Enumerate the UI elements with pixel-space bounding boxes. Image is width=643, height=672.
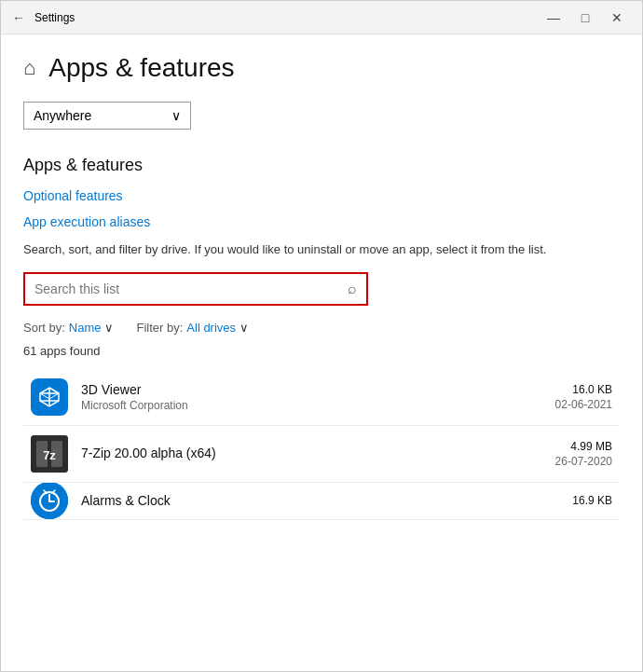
app-date: 26-07-2020: [555, 455, 612, 468]
minimize-button[interactable]: —: [540, 7, 568, 29]
settings-window: ← Settings — □ ✕ ⌂ Apps & features Anywh…: [0, 0, 643, 672]
filter-by-control[interactable]: Filter by: All drives ∨: [136, 321, 249, 335]
search-icon: ⌕: [348, 281, 357, 296]
anywhere-label: Anywhere: [34, 108, 91, 123]
home-icon: ⌂: [23, 56, 35, 80]
filter-chevron: ∨: [239, 321, 249, 335]
window-title: Settings: [34, 11, 75, 24]
filter-label: Filter by:: [136, 321, 183, 335]
app-meta: 16.0 KB 02-06-2021: [555, 383, 612, 411]
title-bar-controls: — □ ✕: [540, 7, 631, 29]
list-item[interactable]: 3D Viewer Microsoft Corporation 16.0 KB …: [23, 369, 620, 426]
app-execution-link[interactable]: App execution aliases: [23, 214, 620, 229]
maximize-button[interactable]: □: [571, 7, 599, 29]
search-input[interactable]: [25, 276, 338, 302]
page-title: Apps & features: [48, 53, 234, 83]
app-info: Alarms & Clock: [81, 493, 559, 508]
sort-label: Sort by:: [23, 321, 65, 335]
app-name: 3D Viewer: [81, 382, 542, 397]
optional-features-link[interactable]: Optional features: [23, 188, 620, 203]
search-box[interactable]: ⌕: [23, 272, 368, 306]
anywhere-dropdown[interactable]: Anywhere ∨: [23, 102, 191, 130]
sort-by-control[interactable]: Sort by: Name ∨: [23, 321, 114, 335]
app-publisher: Microsoft Corporation: [81, 399, 542, 412]
title-bar-left: ← Settings: [12, 10, 75, 25]
app-date: 02-06-2021: [555, 398, 612, 411]
list-item[interactable]: Alarms & Clock 16.9 KB: [23, 483, 620, 520]
app-info: 7-Zip 20.00 alpha (x64): [81, 446, 542, 462]
search-description: Search, sort, and filter by drive. If yo…: [23, 240, 620, 259]
content-area: ⌂ Apps & features Anywhere ∨ Apps & feat…: [1, 34, 642, 671]
sort-filter-row: Sort by: Name ∨ Filter by: All drives ∨: [23, 321, 620, 335]
section-title: Apps & features: [23, 156, 620, 175]
app-list: 3D Viewer Microsoft Corporation 16.0 KB …: [23, 369, 620, 520]
dropdown-chevron: ∨: [171, 108, 181, 123]
app-meta: 16.9 KB: [572, 494, 612, 507]
svg-text:7z: 7z: [43, 448, 56, 462]
back-button[interactable]: ←: [12, 10, 25, 25]
list-item[interactable]: 7z 7-Zip 20.00 alpha (x64) 4.99 MB 26-07…: [23, 426, 620, 483]
sort-value: Name: [69, 321, 102, 335]
7zip-icon: 7z: [31, 435, 68, 473]
app-name: 7-Zip 20.00 alpha (x64): [81, 446, 542, 460]
title-bar: ← Settings — □ ✕: [1, 1, 642, 34]
app-name: Alarms & Clock: [81, 493, 559, 508]
app-size: 16.9 KB: [572, 494, 612, 507]
3d-viewer-icon: [31, 378, 68, 416]
app-meta: 4.99 MB 26-07-2020: [555, 440, 612, 468]
app-size: 16.0 KB: [555, 383, 612, 396]
app-info: 3D Viewer Microsoft Corporation: [81, 382, 542, 412]
app-size: 4.99 MB: [555, 440, 612, 453]
filter-value: All drives: [186, 321, 236, 335]
search-icon-button[interactable]: ⌕: [338, 281, 366, 297]
alarms-icon: [31, 483, 68, 520]
page-header: ⌂ Apps & features: [23, 53, 620, 83]
apps-found-count: 61 apps found: [23, 344, 620, 358]
sort-chevron: ∨: [104, 321, 114, 335]
close-button[interactable]: ✕: [603, 7, 631, 29]
